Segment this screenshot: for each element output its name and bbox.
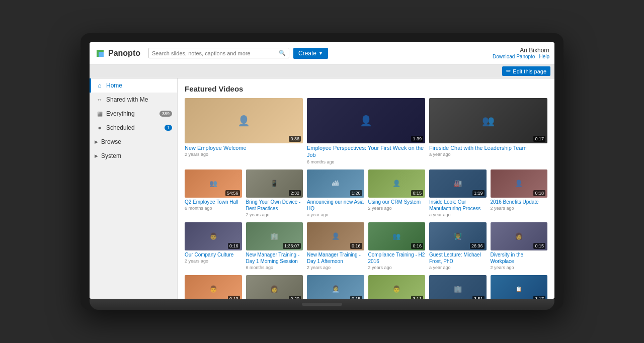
r3-age-0: 2 years ago <box>185 259 242 264</box>
row2-video-4[interactable]: 🏭 1:19 Inside Look: Our Manufacturing Pr… <box>429 169 487 218</box>
featured-title-1: Employee Perspectives: Your First Week o… <box>307 144 425 159</box>
sidebar-item-browse[interactable]: ▶ Browse <box>90 135 177 149</box>
r3-title-4: Guest Lecture: Michael Frost, PhD <box>429 251 487 265</box>
featured-thumb-0: 👤 0:36 <box>185 98 303 143</box>
r3-title-3: Compliance Training - H2 2016 <box>368 251 426 265</box>
row4-video-2[interactable]: 👩‍💼 0:15 <box>307 275 364 299</box>
sidebar-item-shared-label: Shared with Me <box>106 96 148 103</box>
r2-duration-2: 1:20 <box>350 190 362 196</box>
screen: Panopto 🔍 Create ▼ Ari Bixhorn Download … <box>90 42 554 299</box>
r3-duration-1: 1:36:07 <box>283 243 301 249</box>
laptop-bottom <box>90 299 554 310</box>
row2-video-grid: 👥 54:56 Q2 Employee Town Hall 6 months a… <box>185 169 547 218</box>
share-icon: ↔ <box>96 96 103 103</box>
featured-title-0: New Employee Welcome <box>185 144 303 151</box>
r4-duration-2: 0:15 <box>350 296 362 299</box>
r3-duration-2: 0:16 <box>350 243 362 249</box>
r2-duration-5: 0:18 <box>533 190 545 196</box>
r3-age-4: a year ago <box>429 265 487 270</box>
browse-chevron-icon: ▶ <box>95 139 98 144</box>
featured-age-0: 2 years ago <box>185 152 303 157</box>
system-chevron-icon: ▶ <box>95 153 98 158</box>
sidebar-item-system[interactable]: ▶ System <box>90 149 177 163</box>
row3-video-1[interactable]: 🏢 1:36:07 New Manager Training - Day 1 M… <box>246 222 303 271</box>
row3-video-4[interactable]: 👨‍🏫 26:36 Guest Lecture: Michael Frost, … <box>429 222 487 271</box>
edit-icon: ✏ <box>506 68 511 74</box>
edit-page-button[interactable]: ✏ Edit this page <box>502 66 550 76</box>
scheduled-badge: 1 <box>165 125 172 131</box>
r3-title-5: Diversity in the Workplace <box>491 251 548 265</box>
r2-age-5: 2 years ago <box>491 206 548 211</box>
sidebar-item-scheduled[interactable]: ● Scheduled 1 <box>90 121 177 135</box>
r4-duration-3: 3:11 <box>411 296 423 299</box>
row3-video-3[interactable]: 👥 0:16 Compliance Training - H2 2016 2 y… <box>368 222 426 271</box>
r3-title-2: New Manager Training - Day 1 Afternoon <box>307 251 364 265</box>
row3-video-0[interactable]: 👨 0:16 Our Company Culture 2 years ago <box>185 222 242 271</box>
featured-video-1[interactable]: 👤 1:39 Employee Perspectives: Your First… <box>307 98 425 165</box>
row2-video-5[interactable]: 👤 0:18 2016 Benefits Update 2 years ago <box>491 169 548 218</box>
r2-title-4: Inside Look: Our Manufacturing Process <box>429 199 487 212</box>
row2-video-0[interactable]: 👥 54:56 Q2 Employee Town Hall 6 months a… <box>185 169 242 218</box>
topbar-right: Ari Bixhorn Download Panopto Help <box>493 47 549 59</box>
help-link[interactable]: Help <box>539 54 549 59</box>
sidebar-item-everything[interactable]: ▦ Everything 389 <box>90 107 177 121</box>
featured-duration-2: 0:17 <box>533 136 545 142</box>
row2-video-3[interactable]: 👤 0:15 Using our CRM System 2 years ago <box>368 169 426 218</box>
row3-video-grid: 👨 0:16 Our Company Culture 2 years ago 🏢… <box>185 222 547 271</box>
create-dropdown-arrow: ▼ <box>318 51 323 56</box>
sidebar-item-browse-label: Browse <box>101 138 121 145</box>
featured-duration-0: 0:36 <box>289 136 301 142</box>
logo-text: Panopto <box>108 49 140 58</box>
r2-duration-0: 54:56 <box>225 190 240 196</box>
row4-video-5[interactable]: 📋 3:17 Phase 2: Website Project Planning <box>491 275 548 299</box>
sidebar: ⌂ Home ↔ Shared with Me ▦ Everything 389… <box>90 78 178 299</box>
featured-video-2[interactable]: 👥 0:17 Fireside Chat with the Leadership… <box>429 98 547 165</box>
panopto-logo-icon <box>95 48 106 59</box>
content-area: Featured Videos 👤 0:36 New Employee Welc… <box>178 78 554 299</box>
row4-video-3[interactable]: 👨 3:11 <box>368 275 426 299</box>
r3-duration-4: 26:36 <box>470 243 485 249</box>
r3-duration-5: 0:15 <box>533 243 545 249</box>
sidebar-item-home[interactable]: ⌂ Home <box>90 78 177 93</box>
home-icon: ⌂ <box>96 82 103 89</box>
search-icon: 🔍 <box>279 50 286 56</box>
row2-video-2[interactable]: 🏙 1:20 Announcing our new Asia HQ a year… <box>307 169 364 218</box>
featured-thumb-1: 👤 1:39 <box>307 98 425 143</box>
featured-video-grid: 👤 0:36 New Employee Welcome 2 years ago … <box>185 98 547 165</box>
r4-duration-0: 0:13 <box>228 296 240 299</box>
r3-title-1: New Manager Training - Day 1 Morning Ses… <box>246 251 303 265</box>
section-title: Featured Videos <box>185 84 547 93</box>
featured-title-2: Fireside Chat with the Leadership Team <box>429 144 547 151</box>
search-input[interactable] <box>152 50 279 56</box>
user-actions: Download Panopto Help <box>493 54 549 59</box>
sidebar-item-shared-with-me[interactable]: ↔ Shared with Me <box>90 93 177 107</box>
svg-marker-1 <box>99 52 104 57</box>
r3-title-0: Our Company Culture <box>185 251 242 258</box>
row2-video-1[interactable]: 📱 2:32 Bring Your Own Device - Best Prac… <box>246 169 303 218</box>
main-layout: ⌂ Home ↔ Shared with Me ▦ Everything 389… <box>90 78 554 299</box>
r2-age-4: a year ago <box>429 212 487 217</box>
r4-duration-1: 0:20 <box>289 296 301 299</box>
laptop-notch <box>302 303 342 306</box>
row3-video-2[interactable]: 👤 0:16 New Manager Training - Day 1 Afte… <box>307 222 364 271</box>
row4-video-4[interactable]: 🏢 3:51 MaxRank Employee Benefits <box>429 275 487 299</box>
create-button[interactable]: Create ▼ <box>293 48 328 59</box>
row4-video-0[interactable]: 👨 0:13 <box>185 275 242 299</box>
r2-duration-3: 0:15 <box>411 190 423 196</box>
featured-age-2: a year ago <box>429 152 547 157</box>
r4-duration-4: 3:51 <box>472 296 485 299</box>
r3-age-3: 2 years ago <box>368 265 426 270</box>
featured-duration-1: 1:39 <box>411 136 423 142</box>
search-box[interactable]: 🔍 <box>148 48 289 58</box>
r2-age-0: 6 months ago <box>185 206 242 211</box>
featured-video-0[interactable]: 👤 0:36 New Employee Welcome 2 years ago <box>185 98 303 165</box>
r3-duration-0: 0:16 <box>228 243 240 249</box>
topbar: Panopto 🔍 Create ▼ Ari Bixhorn Download … <box>90 42 554 64</box>
download-panopto-link[interactable]: Download Panopto <box>493 54 535 59</box>
r3-duration-3: 0:16 <box>411 243 423 249</box>
row4-video-grid: 👨 0:13 👩 0:20 👩‍💼 0:15 <box>185 275 547 299</box>
r2-title-0: Q2 Employee Town Hall <box>185 199 242 205</box>
row3-video-5[interactable]: 👩 0:15 Diversity in the Workplace 2 year… <box>491 222 548 271</box>
row4-video-1[interactable]: 👩 0:20 <box>246 275 303 299</box>
r2-duration-1: 2:32 <box>289 190 301 196</box>
